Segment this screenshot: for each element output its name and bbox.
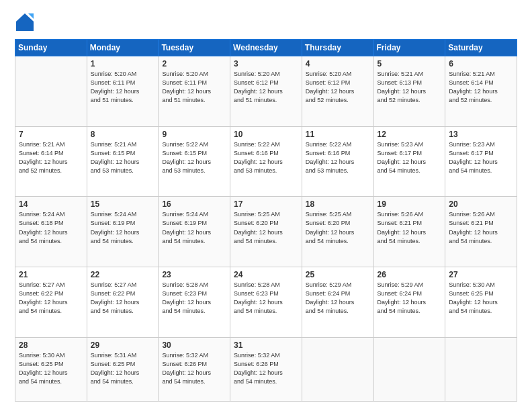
day-number: 17: [234, 199, 298, 209]
day-info: Sunrise: 5:24 AM Sunset: 6:19 PM Dayligh…: [162, 210, 226, 245]
day-number: 8: [91, 130, 155, 139]
day-info: Sunrise: 5:29 AM Sunset: 6:24 PM Dayligh…: [378, 281, 442, 316]
day-info: Sunrise: 5:32 AM Sunset: 6:26 PM Dayligh…: [234, 351, 298, 386]
calendar-cell: 22Sunrise: 5:27 AM Sunset: 6:22 PM Dayli…: [87, 267, 159, 338]
day-info: Sunrise: 5:23 AM Sunset: 6:17 PM Dayligh…: [449, 140, 513, 175]
calendar-cell: 30Sunrise: 5:32 AM Sunset: 6:26 PM Dayli…: [159, 337, 230, 401]
header-cell-thursday: Thursday: [302, 40, 373, 56]
day-info: Sunrise: 5:22 AM Sunset: 6:16 PM Dayligh…: [234, 140, 298, 175]
day-info: Sunrise: 5:32 AM Sunset: 6:26 PM Dayligh…: [162, 351, 226, 386]
day-info: Sunrise: 5:30 AM Sunset: 6:25 PM Dayligh…: [19, 351, 83, 386]
day-number: 29: [91, 340, 155, 350]
calendar-cell: 17Sunrise: 5:25 AM Sunset: 6:20 PM Dayli…: [230, 197, 302, 267]
day-number: 21: [19, 270, 83, 279]
day-number: 2: [162, 59, 226, 68]
calendar-week-0: 1Sunrise: 5:20 AM Sunset: 6:11 PM Daylig…: [15, 56, 517, 127]
day-number: 26: [378, 270, 442, 279]
calendar-cell: 7Sunrise: 5:21 AM Sunset: 6:14 PM Daylig…: [15, 126, 87, 197]
header: [15, 12, 517, 32]
calendar-cell: 3Sunrise: 5:20 AM Sunset: 6:12 PM Daylig…: [230, 56, 302, 127]
day-info: Sunrise: 5:21 AM Sunset: 6:13 PM Dayligh…: [378, 70, 442, 105]
day-info: Sunrise: 5:25 AM Sunset: 6:20 PM Dayligh…: [306, 210, 370, 245]
day-info: Sunrise: 5:20 AM Sunset: 6:12 PM Dayligh…: [306, 70, 370, 105]
day-info: Sunrise: 5:27 AM Sunset: 6:22 PM Dayligh…: [19, 281, 83, 316]
calendar-week-4: 28Sunrise: 5:30 AM Sunset: 6:25 PM Dayli…: [15, 337, 517, 401]
calendar-cell: 4Sunrise: 5:20 AM Sunset: 6:12 PM Daylig…: [302, 56, 373, 127]
calendar-cell: 10Sunrise: 5:22 AM Sunset: 6:16 PM Dayli…: [230, 126, 302, 197]
day-info: Sunrise: 5:22 AM Sunset: 6:15 PM Dayligh…: [162, 140, 226, 175]
day-info: Sunrise: 5:20 AM Sunset: 6:11 PM Dayligh…: [162, 70, 226, 105]
page: SundayMondayTuesdayWednesdayThursdayFrid…: [0, 0, 532, 411]
day-info: Sunrise: 5:31 AM Sunset: 6:25 PM Dayligh…: [91, 351, 155, 386]
calendar-cell: 28Sunrise: 5:30 AM Sunset: 6:25 PM Dayli…: [15, 337, 87, 401]
calendar-cell: 5Sunrise: 5:21 AM Sunset: 6:13 PM Daylig…: [373, 56, 445, 127]
day-info: Sunrise: 5:22 AM Sunset: 6:16 PM Dayligh…: [306, 140, 370, 175]
calendar-week-3: 21Sunrise: 5:27 AM Sunset: 6:22 PM Dayli…: [15, 267, 517, 338]
day-info: Sunrise: 5:27 AM Sunset: 6:22 PM Dayligh…: [91, 281, 155, 316]
calendar-cell: 1Sunrise: 5:20 AM Sunset: 6:11 PM Daylig…: [87, 56, 159, 127]
calendar-cell: 12Sunrise: 5:23 AM Sunset: 6:17 PM Dayli…: [373, 126, 445, 197]
day-number: 5: [378, 59, 442, 68]
day-number: 25: [306, 270, 370, 279]
day-info: Sunrise: 5:23 AM Sunset: 6:17 PM Dayligh…: [378, 140, 442, 175]
day-info: Sunrise: 5:21 AM Sunset: 6:14 PM Dayligh…: [449, 70, 513, 105]
day-info: Sunrise: 5:28 AM Sunset: 6:23 PM Dayligh…: [234, 281, 298, 316]
day-number: 11: [306, 130, 370, 139]
day-number: 27: [449, 270, 513, 279]
day-number: 19: [378, 199, 442, 209]
calendar-cell: 6Sunrise: 5:21 AM Sunset: 6:14 PM Daylig…: [445, 56, 517, 127]
calendar-cell: 8Sunrise: 5:21 AM Sunset: 6:15 PM Daylig…: [87, 126, 159, 197]
day-number: 4: [306, 59, 370, 68]
calendar-cell: 19Sunrise: 5:26 AM Sunset: 6:21 PM Dayli…: [373, 197, 445, 267]
day-number: 22: [91, 270, 155, 279]
calendar-cell: 11Sunrise: 5:22 AM Sunset: 6:16 PM Dayli…: [302, 126, 373, 197]
calendar-cell: 24Sunrise: 5:28 AM Sunset: 6:23 PM Dayli…: [230, 267, 302, 338]
calendar-cell: 25Sunrise: 5:29 AM Sunset: 6:24 PM Dayli…: [302, 267, 373, 338]
day-info: Sunrise: 5:30 AM Sunset: 6:25 PM Dayligh…: [449, 281, 513, 316]
calendar-cell: 15Sunrise: 5:24 AM Sunset: 6:19 PM Dayli…: [87, 197, 159, 267]
calendar-week-2: 14Sunrise: 5:24 AM Sunset: 6:18 PM Dayli…: [15, 197, 517, 267]
calendar-cell: [302, 337, 373, 401]
calendar-table: SundayMondayTuesdayWednesdayThursdayFrid…: [15, 39, 517, 402]
calendar-cell: 31Sunrise: 5:32 AM Sunset: 6:26 PM Dayli…: [230, 337, 302, 401]
day-info: Sunrise: 5:24 AM Sunset: 6:19 PM Dayligh…: [91, 210, 155, 245]
day-number: 20: [449, 199, 513, 209]
logo: [15, 12, 38, 32]
day-info: Sunrise: 5:29 AM Sunset: 6:24 PM Dayligh…: [306, 281, 370, 316]
day-number: 30: [162, 340, 226, 350]
day-number: 12: [378, 130, 442, 139]
calendar-cell: 27Sunrise: 5:30 AM Sunset: 6:25 PM Dayli…: [445, 267, 517, 338]
day-number: 7: [19, 130, 83, 139]
header-row: SundayMondayTuesdayWednesdayThursdayFrid…: [15, 40, 517, 56]
logo-icon: [15, 12, 35, 32]
day-info: Sunrise: 5:28 AM Sunset: 6:23 PM Dayligh…: [162, 281, 226, 316]
day-number: 3: [234, 59, 298, 68]
calendar-cell: 13Sunrise: 5:23 AM Sunset: 6:17 PM Dayli…: [445, 126, 517, 197]
calendar-header: SundayMondayTuesdayWednesdayThursdayFrid…: [15, 40, 517, 56]
header-cell-monday: Monday: [87, 40, 159, 56]
day-info: Sunrise: 5:25 AM Sunset: 6:20 PM Dayligh…: [234, 210, 298, 245]
calendar-body: 1Sunrise: 5:20 AM Sunset: 6:11 PM Daylig…: [15, 56, 517, 402]
calendar-cell: 21Sunrise: 5:27 AM Sunset: 6:22 PM Dayli…: [15, 267, 87, 338]
header-cell-friday: Friday: [373, 40, 445, 56]
calendar-cell: [373, 337, 445, 401]
calendar-cell: 29Sunrise: 5:31 AM Sunset: 6:25 PM Dayli…: [87, 337, 159, 401]
header-cell-wednesday: Wednesday: [230, 40, 302, 56]
day-number: 18: [306, 199, 370, 209]
header-cell-sunday: Sunday: [15, 40, 87, 56]
day-info: Sunrise: 5:24 AM Sunset: 6:18 PM Dayligh…: [19, 210, 83, 245]
day-info: Sunrise: 5:21 AM Sunset: 6:15 PM Dayligh…: [91, 140, 155, 175]
day-number: 28: [19, 340, 83, 350]
calendar-cell: 2Sunrise: 5:20 AM Sunset: 6:11 PM Daylig…: [159, 56, 230, 127]
day-number: 10: [234, 130, 298, 139]
header-cell-tuesday: Tuesday: [159, 40, 230, 56]
day-number: 31: [234, 340, 298, 350]
day-number: 6: [449, 59, 513, 68]
day-info: Sunrise: 5:21 AM Sunset: 6:14 PM Dayligh…: [19, 140, 83, 175]
calendar-cell: 23Sunrise: 5:28 AM Sunset: 6:23 PM Dayli…: [159, 267, 230, 338]
calendar-cell: 20Sunrise: 5:26 AM Sunset: 6:21 PM Dayli…: [445, 197, 517, 267]
day-number: 9: [162, 130, 226, 139]
calendar-cell: 26Sunrise: 5:29 AM Sunset: 6:24 PM Dayli…: [373, 267, 445, 338]
calendar-cell: [15, 56, 87, 127]
calendar-cell: 14Sunrise: 5:24 AM Sunset: 6:18 PM Dayli…: [15, 197, 87, 267]
